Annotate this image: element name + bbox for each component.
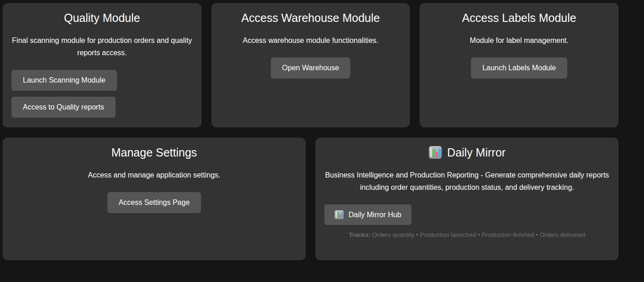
launch-scanning-module-button[interactable]: Launch Scanning Module [11,70,117,91]
tracks-label: Tracks: [349,231,370,238]
warehouse-module-title: Access Warehouse Module [220,11,401,25]
labels-module-title-text: Access Labels Module [462,11,576,25]
tracks-text: Orders quantity • Production launched • … [372,231,586,238]
quality-module-actions: Launch Scanning Module Access to Quality… [11,70,193,118]
access-settings-page-button[interactable]: Access Settings Page [107,192,201,213]
manage-settings-title: Manage Settings [11,146,297,159]
card-warehouse-module: Access Warehouse Module Access warehouse… [211,3,410,127]
access-quality-reports-button[interactable]: Access to Quality reports [11,97,116,118]
daily-mirror-hub-button-label: Daily Mirror Hub [348,211,401,219]
daily-mirror-actions: Daily Mirror Hub [324,204,610,225]
modules-dashboard: Quality Module Final scanning module for… [0,0,618,260]
daily-mirror-title: Daily Mirror [324,146,610,159]
bar-chart-icon [428,146,442,159]
manage-settings-actions: Access Settings Page [11,192,297,213]
daily-mirror-description: Business Intelligence and Production Rep… [324,169,610,193]
bar-chart-icon [334,210,344,219]
bottom-cards-row: Manage Settings Access and manage applic… [3,138,618,260]
warehouse-module-title-text: Access Warehouse Module [241,11,380,25]
quality-module-title-text: Quality Module [64,11,140,25]
manage-settings-description: Access and manage application settings. [11,169,297,181]
daily-mirror-hub-button[interactable]: Daily Mirror Hub [324,204,412,225]
labels-module-title: Access Labels Module [428,11,610,25]
labels-module-actions: Launch Labels Module [428,57,610,78]
warehouse-module-description: Access warehouse module functionalities. [220,34,401,47]
card-manage-settings: Manage Settings Access and manage applic… [3,138,306,260]
daily-mirror-title-text: Daily Mirror [447,146,506,159]
manage-settings-title-text: Manage Settings [111,146,197,159]
card-daily-mirror: Daily Mirror Business Intelligence and P… [316,138,618,260]
tracks-note: Tracks: Orders quantity • Production lau… [324,231,610,238]
top-cards-row: Quality Module Final scanning module for… [3,3,618,127]
quality-module-title: Quality Module [11,11,193,25]
quality-module-description: Final scanning module for production ord… [11,34,193,59]
warehouse-module-actions: Open Warehouse [220,57,401,78]
launch-labels-module-button[interactable]: Launch Labels Module [471,57,567,78]
card-quality-module: Quality Module Final scanning module for… [3,3,201,127]
open-warehouse-button[interactable]: Open Warehouse [271,57,351,78]
labels-module-description: Module for label management. [428,34,610,47]
card-labels-module: Access Labels Module Module for label ma… [420,3,618,127]
